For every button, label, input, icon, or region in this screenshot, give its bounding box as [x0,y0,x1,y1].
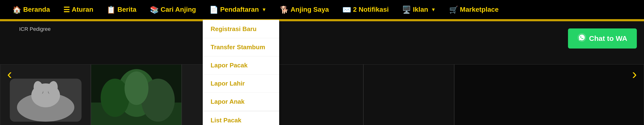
dropdown-registrasi-baru[interactable]: Registrasi Baru [203,20,279,38]
plants-placeholder-svg [91,64,182,125]
icr-pedigree-logo: ICR Pedigree [19,26,51,32]
slide-image-2 [91,64,182,125]
svg-point-13 [124,72,148,105]
svg-rect-15 [273,64,363,125]
chat-to-wa-button[interactable]: Chat to WA [568,28,637,48]
logo-text: ICR Pedigree [19,26,51,32]
nav-label-marketplace: Marketplace [460,6,499,14]
nav-item-anjing-saya[interactable]: 🐕 Anjing Saya [273,0,336,19]
nav-item-beranda[interactable]: 🏠 Beranda [6,0,57,19]
iklan-chevron-down-icon: ▼ [431,7,436,12]
whatsapp-svg-icon [578,33,586,42]
dropdown-lapor-anak[interactable]: Lapor Anak [203,93,279,111]
empty-placeholder-svg-6 [454,64,644,125]
empty-placeholder-svg-5 [364,64,454,125]
document-icon: 📄 [210,6,218,14]
cart-icon: 🛒 [449,6,458,14]
nav-item-iklan[interactable]: 🖥️ Iklan ▼ [396,0,442,19]
nav-label-anjing-saya: Anjing Saya [291,6,329,14]
newspaper-icon: 📋 [106,6,116,14]
prev-arrow-icon: ‹ [7,66,12,82]
whatsapp-icon [578,33,586,44]
pendaftaran-dropdown-menu: Registrasi Baru Transfer Stambum Lapor P… [203,20,279,125]
dropdown-lapor-lahir[interactable]: Lapor Lahir [203,74,279,93]
nav-item-aturan[interactable]: ☰ Aturan [57,0,100,19]
dropdown-list-pacak[interactable]: List Pacak [203,111,279,125]
nav-label-berita: Berita [117,6,136,14]
slider-next-button[interactable]: › [627,63,642,84]
slide-image-6 [454,64,644,125]
slider-prev-button[interactable]: ‹ [2,63,17,84]
empty-placeholder-svg-4 [273,64,363,125]
nav-label-cari-anjing: Cari Anjing [161,6,196,14]
nav-label-iklan: Iklan [413,6,428,14]
list-icon: ☰ [63,6,70,14]
monitor-icon: 🖥️ [402,6,411,14]
dog-icon: 🐕 [280,6,289,14]
chat-wa-label: Chat to WA [589,34,627,42]
nav-label-aturan: Aturan [72,6,93,14]
svg-rect-17 [454,64,644,125]
nav-item-marketplace[interactable]: 🛒 Marketplace [442,0,505,19]
book-icon: 📚 [150,6,159,14]
nav-label-notifikasi: 2 Notifikasi [353,6,389,14]
mail-icon: ✉️ [342,6,351,14]
next-arrow-icon: › [632,66,637,82]
slider-wrapper: ICR Pedigree ‹ K [0,21,644,125]
slide-image-4 [272,64,363,125]
dropdown-lapor-pacak[interactable]: Lapor Pacak [203,56,279,74]
chevron-down-icon: ▼ [262,7,266,12]
nav-label-beranda: Beranda [23,6,50,14]
slide-image-5 [363,64,454,125]
nav-item-cari-anjing[interactable]: 📚 Cari Anjing [143,0,203,19]
dropdown-transfer-stambum[interactable]: Transfer Stambum [203,38,279,56]
nav-item-berita[interactable]: 📋 Berita [100,0,143,19]
nav-label-pendaftaran: Pendaftaran [220,6,259,14]
navigation-bar: 🏠 Beranda ☰ Aturan 📋 Berita 📚 Cari Anjin… [0,0,644,20]
home-icon: 🏠 [12,6,21,14]
slide-images-strip [0,64,644,125]
content-area: ICR Pedigree ‹ K [0,21,644,125]
svg-rect-16 [364,64,454,125]
nav-item-notifikasi[interactable]: ✉️ 2 Notifikasi [336,0,396,19]
nav-item-pendaftaran[interactable]: 📄 Pendaftaran ▼ Registrasi Baru Transfer… [203,0,273,19]
